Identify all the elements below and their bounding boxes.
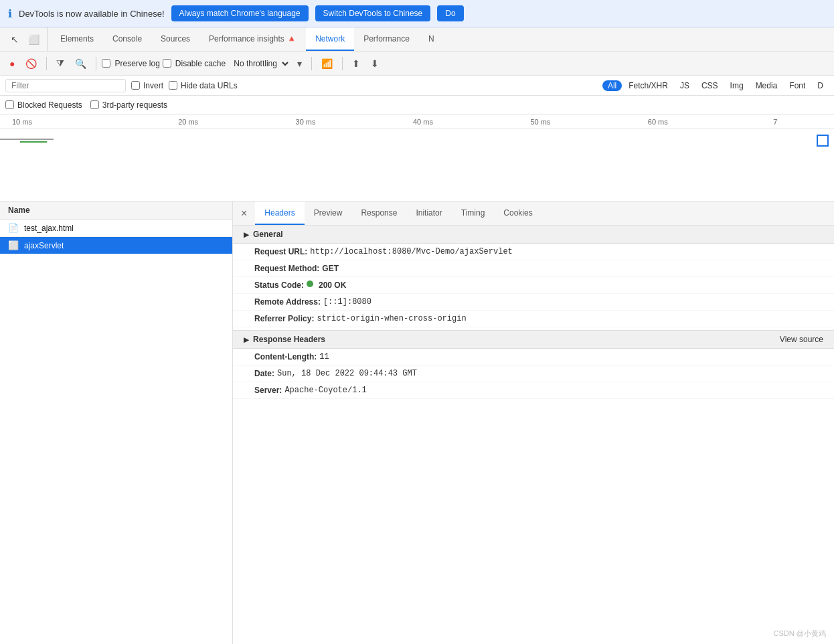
always-match-language-button[interactable]: Always match Chrome's language (171, 5, 309, 21)
list-item-ajax-servlet[interactable]: ⬜ ajaxServlet (0, 237, 232, 254)
request-method-label: Request Method: (254, 264, 319, 273)
remote-address-label: Remote Address: (254, 297, 321, 307)
details-close-button[interactable]: × (236, 206, 252, 221)
filter-button[interactable]: ⧩ (52, 55, 68, 72)
details-tab-bar: × Headers Preview Response Initiator Tim… (233, 202, 834, 226)
timeline: 10 ms 20 ms 30 ms 40 ms 50 ms 60 ms 7 (0, 114, 834, 202)
invert-label: Invert (143, 81, 163, 90)
filter-input[interactable] (5, 79, 126, 92)
cursor-icon[interactable]: ↖ (7, 31, 23, 48)
status-code-value: 200 OK (319, 280, 346, 290)
disable-cache-group: Disable cache (163, 59, 226, 68)
record-button[interactable]: ● (5, 56, 19, 72)
search-button[interactable]: 🔍 (71, 56, 90, 72)
blocked-requests-group: Blocked Requests (5, 100, 82, 110)
upload-icon[interactable]: ⬆ (348, 56, 364, 72)
tab-performance-insights[interactable]: Performance insights 🔺 (199, 27, 306, 51)
timeline-ruler: 10 ms 20 ms 30 ms 40 ms 50 ms 60 ms 7 (0, 114, 834, 129)
status-code-row: Status Code: 200 OK (233, 277, 834, 294)
file-list-header: Name (0, 202, 232, 220)
filter-type-media[interactable]: Media (750, 80, 783, 91)
tab-performance[interactable]: Performance (354, 27, 419, 51)
third-party-group: 3rd-party requests (90, 100, 167, 110)
wifi-settings-icon[interactable]: 📶 (317, 56, 337, 72)
filter-type-d[interactable]: D (812, 80, 829, 91)
tab-response[interactable]: Response (351, 202, 406, 225)
tick-10ms: 10 ms (12, 118, 129, 126)
main-split: Name 📄 test_ajax.html ⬜ ajaxServlet × He… (0, 202, 834, 644)
filter-type-all[interactable]: All (602, 80, 622, 91)
remote-address-row: Remote Address: [::1]:8080 (233, 294, 834, 311)
tab-elements[interactable]: Elements (51, 27, 103, 51)
remote-address-value: [::1]:8080 (323, 297, 371, 307)
date-value: Sun, 18 Dec 2022 09:44:43 GMT (277, 369, 417, 378)
filter-type-buttons: All Fetch/XHR JS CSS Img Media Font D (602, 80, 829, 91)
watermark: CSDN @小黄鸡 (774, 629, 826, 639)
filter-bar: Invert Hide data URLs All Fetch/XHR JS C… (0, 76, 834, 96)
response-headers-toggle-icon[interactable]: ▶ (244, 336, 249, 343)
request-url-label: Request URL: (254, 247, 307, 256)
tab-more[interactable]: N (419, 27, 444, 51)
blocked-bar: Blocked Requests 3rd-party requests (0, 96, 834, 114)
timeline-green-line (20, 141, 47, 143)
switch-to-chinese-button[interactable]: Switch DevTools to Chinese (315, 5, 431, 21)
timeline-body[interactable] (0, 129, 834, 202)
server-value: Apache-Coyote/1.1 (284, 386, 366, 395)
referrer-policy-label: Referrer Policy: (254, 314, 314, 323)
invert-checkbox[interactable] (131, 81, 140, 90)
tab-headers[interactable]: Headers (255, 202, 304, 225)
request-method-row: Request Method: GET (233, 260, 834, 277)
tab-preview[interactable]: Preview (305, 202, 352, 225)
file-list: Name 📄 test_ajax.html ⬜ ajaxServlet (0, 202, 233, 644)
html-file-icon: 📄 (8, 223, 19, 233)
timeline-blue-rect (817, 135, 829, 147)
hide-data-urls-label: Hide data URLs (181, 81, 238, 90)
timeline-gray-line (0, 139, 54, 140)
blocked-requests-checkbox[interactable] (5, 100, 14, 109)
tab-timing[interactable]: Timing (452, 202, 495, 225)
throttling-select[interactable]: No throttling (228, 57, 290, 70)
separator-4 (342, 57, 343, 70)
chevron-down-icon[interactable]: ▾ (293, 56, 306, 72)
device-icon[interactable]: ⬜ (24, 31, 44, 48)
download-icon[interactable]: ⬇ (367, 56, 383, 72)
filter-type-fetch-xhr[interactable]: Fetch/XHR (623, 80, 673, 91)
filter-type-img[interactable]: Img (725, 80, 749, 91)
request-url-value: http://localhost:8080/Mvc-Demo/ajaxServl… (310, 247, 512, 256)
filter-type-js[interactable]: JS (675, 80, 695, 91)
info-icon: ℹ (8, 7, 12, 20)
referrer-policy-value: strict-origin-when-cross-origin (317, 314, 466, 323)
preserve-log-label: Preserve log (114, 59, 159, 68)
separator-2 (96, 57, 96, 70)
tick-50ms: 50 ms (482, 118, 599, 126)
view-source-button[interactable]: View source (780, 335, 823, 344)
disable-cache-label: Disable cache (175, 59, 226, 68)
disable-cache-checkbox[interactable] (163, 59, 171, 68)
tab-network[interactable]: Network (306, 27, 354, 51)
general-toggle-icon: ▶ (244, 231, 249, 238)
preserve-log-checkbox[interactable] (102, 59, 110, 68)
filter-type-css[interactable]: CSS (696, 80, 724, 91)
clear-button[interactable]: 🚫 (21, 56, 41, 72)
tab-cookies[interactable]: Cookies (494, 202, 541, 225)
hide-data-urls-group: Hide data URLs (169, 81, 238, 90)
third-party-label: 3rd-party requests (102, 100, 167, 110)
request-method-value: GET (322, 264, 339, 273)
date-label: Date: (254, 369, 274, 378)
status-code-label: Status Code: (254, 280, 304, 290)
request-url-row: Request URL: http://localhost:8080/Mvc-D… (233, 244, 834, 260)
general-section-header[interactable]: ▶ General (233, 226, 834, 244)
tab-initiator[interactable]: Initiator (406, 202, 451, 225)
tab-sources[interactable]: Sources (151, 27, 199, 51)
servlet-file-icon: ⬜ (8, 240, 19, 250)
preserve-log-group: Preserve log (102, 59, 159, 68)
content-length-row: Content-Length: 11 (233, 349, 834, 366)
filter-type-font[interactable]: Font (784, 80, 811, 91)
response-headers-section-label: Response Headers (253, 335, 325, 344)
separator-3 (311, 57, 312, 70)
tab-console[interactable]: Console (103, 27, 151, 51)
third-party-checkbox[interactable] (90, 100, 99, 109)
do-button[interactable]: Do (437, 5, 463, 21)
hide-data-urls-checkbox[interactable] (169, 81, 177, 90)
list-item-test-ajax[interactable]: 📄 test_ajax.html (0, 220, 232, 237)
